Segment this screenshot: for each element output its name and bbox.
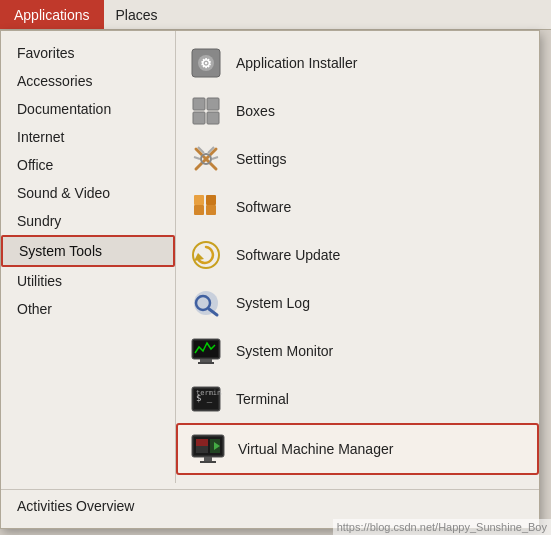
software-label: Software [236,199,291,215]
menubar: Applications Places [0,0,551,30]
sidebar-item-other[interactable]: Other [1,295,175,323]
sidebar-item-system-tools[interactable]: System Tools [1,235,175,267]
svg-rect-4 [207,98,219,110]
sidebar-item-sound-video[interactable]: Sound & Video [1,179,175,207]
menu-entry-software-update[interactable]: Software Update [176,231,539,279]
virt-manager-label: Virtual Machine Manager [238,441,393,457]
menu-entry-software[interactable]: Software [176,183,539,231]
sidebar: Favorites Accessories Documentation Inte… [1,31,176,483]
svg-rect-22 [198,362,214,364]
software-update-label: Software Update [236,247,340,263]
system-log-label: System Log [236,295,310,311]
menu-entry-system-log[interactable]: System Log [176,279,539,327]
svg-rect-11 [206,195,216,205]
boxes-icon [188,93,224,129]
svg-rect-21 [200,359,212,362]
app-installer-label: Application Installer [236,55,357,71]
svg-rect-10 [194,205,204,215]
terminal-icon: $ _ terminal [188,381,224,417]
sidebar-item-documentation[interactable]: Documentation [1,95,175,123]
sidebar-item-accessories[interactable]: Accessories [1,67,175,95]
settings-icon [188,141,224,177]
svg-rect-12 [194,195,204,205]
sidebar-item-internet[interactable]: Internet [1,123,175,151]
menu-entry-virt-manager[interactable]: Virtual Machine Manager [176,423,539,475]
virt-manager-icon [190,431,226,467]
svg-text:⚙: ⚙ [200,56,212,71]
settings-label: Settings [236,151,287,167]
sidebar-item-utilities[interactable]: Utilities [1,267,175,295]
svg-rect-5 [193,112,205,124]
svg-rect-32 [204,457,212,461]
content-area: ⚙ Application Installer Boxes [176,31,539,483]
activities-overview-label[interactable]: Activities Overview [17,498,134,514]
applications-menu[interactable]: Applications [0,0,104,29]
svg-rect-6 [207,112,219,124]
software-update-icon [188,237,224,273]
activities-section: Activities Overview [1,489,539,518]
svg-rect-30 [196,439,208,446]
svg-rect-13 [206,205,216,215]
terminal-label: Terminal [236,391,289,407]
svg-rect-33 [200,461,216,463]
sidebar-item-favorites[interactable]: Favorites [1,39,175,67]
menu-entry-system-monitor[interactable]: System Monitor [176,327,539,375]
sidebar-item-sundry[interactable]: Sundry [1,207,175,235]
system-log-icon [188,285,224,321]
places-menu[interactable]: Places [104,0,170,29]
dropdown-panel: Favorites Accessories Documentation Inte… [0,30,540,529]
svg-marker-15 [194,253,204,261]
app-installer-icon: ⚙ [188,45,224,81]
menu-entry-terminal[interactable]: $ _ terminal Terminal [176,375,539,423]
watermark: https://blog.csdn.net/Happy_Sunshine_Boy [333,519,551,535]
software-icon [188,189,224,225]
menu-entry-settings[interactable]: Settings [176,135,539,183]
boxes-label: Boxes [236,103,275,119]
menu-entry-boxes[interactable]: Boxes [176,87,539,135]
menu-entry-app-installer[interactable]: ⚙ Application Installer [176,39,539,87]
system-monitor-label: System Monitor [236,343,333,359]
svg-text:terminal: terminal [196,389,222,397]
system-monitor-icon [188,333,224,369]
sidebar-item-office[interactable]: Office [1,151,175,179]
panel-content: Favorites Accessories Documentation Inte… [1,31,539,483]
svg-rect-3 [193,98,205,110]
